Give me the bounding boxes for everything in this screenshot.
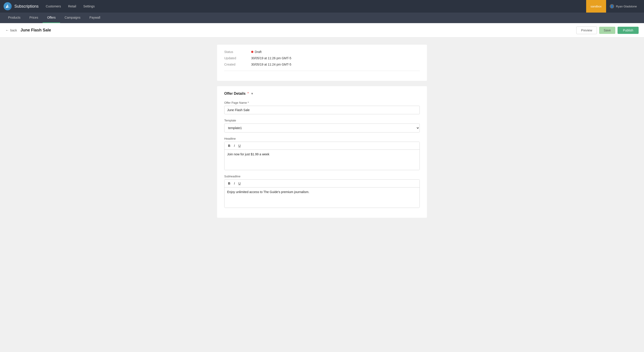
main-nav-links: Customers Retail Settings bbox=[46, 4, 586, 9]
nav-settings[interactable]: Settings bbox=[84, 4, 95, 9]
back-arrow-icon: ← bbox=[6, 28, 9, 32]
updated-label: Updated bbox=[224, 56, 251, 60]
nav-customers[interactable]: Customers bbox=[46, 4, 61, 9]
status-text: Draft bbox=[255, 50, 262, 54]
offer-details-section: Offer Details * ▼ Offer Page Name * Temp… bbox=[217, 86, 427, 218]
back-link[interactable]: ← back bbox=[6, 28, 17, 32]
subheadline-label: Subheadline bbox=[224, 175, 420, 178]
headline-group: Headline B I U Join now for just $1.99 a… bbox=[224, 137, 420, 170]
headline-label: Headline bbox=[224, 137, 420, 140]
headline-editor: B I U Join now for just $1.99 a week bbox=[224, 142, 420, 170]
top-nav: Subscriptions Customers Retail Settings … bbox=[0, 0, 644, 13]
section-title: Offer Details bbox=[224, 92, 246, 96]
page-header: ← back June Flash Sale Preview Save Publ… bbox=[0, 23, 644, 38]
preview-button[interactable]: Preview bbox=[576, 27, 597, 34]
offer-name-label: Offer Page Name * bbox=[224, 101, 420, 104]
status-value: Draft bbox=[251, 50, 262, 54]
subnav-products[interactable]: Products bbox=[4, 13, 25, 23]
subheadline-toolbar: B I U bbox=[224, 180, 420, 188]
back-label: back bbox=[10, 29, 17, 32]
app-title: Subscriptions bbox=[14, 4, 38, 9]
headline-bold-button[interactable]: B bbox=[227, 143, 232, 148]
header-actions: Preview Save Publish bbox=[576, 27, 638, 34]
section-header: Offer Details * ▼ bbox=[224, 92, 420, 96]
subheadline-bold-button[interactable]: B bbox=[227, 181, 232, 186]
offer-name-input[interactable] bbox=[224, 106, 420, 114]
publish-button[interactable]: Publish bbox=[618, 27, 638, 34]
logo-area: Subscriptions bbox=[4, 2, 38, 10]
save-button[interactable]: Save bbox=[599, 27, 615, 34]
created-label: Created bbox=[224, 63, 251, 66]
user-name: Ryan Gladstone bbox=[616, 5, 637, 8]
nav-retail[interactable]: Retail bbox=[68, 4, 76, 9]
subheadline-content[interactable]: Enjoy unlimited access to The Guide's pr… bbox=[224, 188, 420, 208]
sub-nav: Products Prices Offers Campaigns Paywall bbox=[0, 13, 644, 23]
env-badge: sandbox bbox=[586, 0, 606, 13]
updated-value: 30/05/19 at 11:26 pm GMT-5 bbox=[251, 56, 291, 60]
subnav-offers[interactable]: Offers bbox=[42, 13, 60, 23]
subheadline-italic-button[interactable]: I bbox=[232, 181, 236, 186]
user-area[interactable]: 👤 Ryan Gladstone bbox=[606, 0, 640, 13]
status-section: Status Draft Updated 30/05/19 at 11:26 p… bbox=[217, 45, 427, 81]
user-avatar-icon: 👤 bbox=[610, 4, 614, 9]
subnav-campaigns[interactable]: Campaigns bbox=[60, 13, 85, 23]
required-star-icon: * bbox=[247, 92, 249, 96]
subnav-prices[interactable]: Prices bbox=[25, 13, 42, 23]
subnav-paywall[interactable]: Paywall bbox=[85, 13, 105, 23]
nav-right: sandbox 👤 Ryan Gladstone bbox=[586, 0, 640, 13]
created-value: 30/05/19 at 11:24 pm GMT-5 bbox=[251, 63, 291, 66]
status-label: Status bbox=[224, 50, 251, 54]
template-label: Template bbox=[224, 119, 420, 122]
status-row-created: Created 30/05/19 at 11:24 pm GMT-5 bbox=[224, 63, 420, 66]
status-dot-icon bbox=[251, 51, 254, 53]
subheadline-group: Subheadline B I U Enjoy unlimited access… bbox=[224, 175, 420, 208]
main-content: Status Draft Updated 30/05/19 at 11:26 p… bbox=[210, 38, 434, 225]
status-row-status: Status Draft bbox=[224, 50, 420, 54]
section-collapse-icon[interactable]: ▼ bbox=[250, 92, 254, 95]
headline-underline-button[interactable]: U bbox=[237, 143, 242, 148]
headline-italic-button[interactable]: I bbox=[232, 143, 236, 148]
template-select[interactable]: template1 template2 template3 bbox=[224, 123, 420, 132]
app-logo-icon bbox=[4, 2, 12, 10]
headline-toolbar: B I U bbox=[224, 142, 420, 150]
subheadline-editor: B I U Enjoy unlimited access to The Guid… bbox=[224, 179, 420, 208]
template-group: Template template1 template2 template3 bbox=[224, 119, 420, 132]
status-row-updated: Updated 30/05/19 at 11:26 pm GMT-5 bbox=[224, 56, 420, 60]
page-title: June Flash Sale bbox=[21, 28, 573, 33]
section-divider bbox=[224, 71, 420, 71]
headline-content[interactable]: Join now for just $1.99 a week bbox=[224, 150, 420, 170]
subheadline-underline-button[interactable]: U bbox=[237, 181, 242, 186]
offer-name-group: Offer Page Name * bbox=[224, 101, 420, 114]
